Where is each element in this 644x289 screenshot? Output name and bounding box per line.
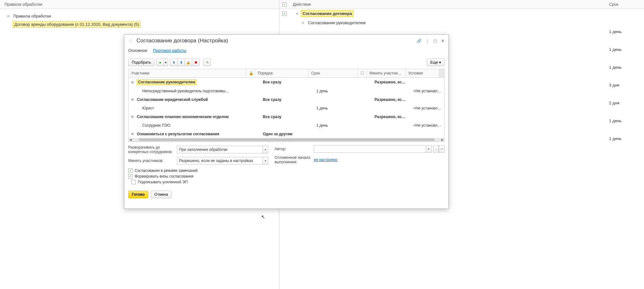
up-arrow-icon: ⬆ [172,60,175,65]
down-arrow-icon: ⬇ [180,60,183,65]
deferred-link[interactable]: не настроено [314,158,338,162]
th-order[interactable]: Порядок [255,69,309,77]
plus-icon: ● [159,60,161,64]
tree-root[interactable]: ⊖ Правила обработки [6,12,279,20]
cell-change: Разрешено, если … [372,96,411,103]
expand-select[interactable]: При заполнении обработки [177,146,263,153]
cancel-button[interactable]: Отмена [151,191,172,198]
row-deadline: 1 день [606,64,644,71]
row-deadline: 1 день [606,135,644,142]
move-down-button[interactable]: ⬇ [177,59,185,66]
cell-change: Разрешено, если … [372,78,411,86]
cell-change [372,132,411,136]
tree-child[interactable]: Договор аренды оборудования (с 01.12.202… [13,20,279,29]
collapse-icon[interactable]: ⊖ [131,132,135,136]
group-label: Согласование планово-экономическим отдел… [137,115,229,119]
cell-change [372,107,411,110]
close-icon[interactable]: ✕ [441,39,444,43]
th-deadline[interactable]: Срок [309,69,358,77]
row-deadline [606,39,644,42]
th-participants[interactable]: Участники [129,69,246,77]
cell-deadline [314,115,363,118]
table-row[interactable]: ⊖Ознакомиться с результатом согласования… [129,130,444,138]
author-input[interactable] [314,145,426,153]
move-up-button[interactable]: ⬆ [170,59,178,66]
kebab-icon[interactable]: ⋮ [425,39,430,43]
th-change[interactable]: Менять участнико… [367,69,406,77]
collapse-icon[interactable]: ⊖ [295,12,299,16]
table-row[interactable]: Юрист1 день<Не установлен… [129,104,444,112]
collapse-icon[interactable]: ⊖ [131,81,135,84]
tab-main[interactable]: Основное [128,47,147,54]
tab-protocol[interactable]: Протокол работы [153,47,186,54]
delete-button[interactable]: ✖ [192,59,200,66]
table-header: Участники 🔒 Порядок Срок ☐ Менять участн… [129,69,444,78]
table-row[interactable]: Непосредственный руководитель подготовив… [129,87,444,95]
deadline-col-header: Срок [606,0,644,9]
dialog-checks: ✓ Согласование в режиме замечаний ✓ Форм… [124,168,448,188]
table-row[interactable]: ⊖Согласование планово-экономическим отде… [129,112,444,121]
add-dropdown[interactable]: ▾ [164,59,168,66]
link-icon[interactable]: 🔗 [416,39,422,43]
sign-eds-label: Подписывать усиленной ЭП [138,180,188,184]
participant-label: Юрист [142,106,154,110]
checkmark-icon: ✓ [282,2,287,7]
ok-button[interactable]: Готово [128,191,148,198]
expand-label: Разворачивать до конкретных сотрудников: [128,145,174,154]
right-header: ✓ Действия Срок [279,0,644,9]
change-select[interactable]: Разрешено, если не заданы в настройках [177,157,263,165]
table-row[interactable]: Сотрудник ПЭО1 день<Не установлен… [129,121,444,130]
th-check[interactable]: ☐ [358,69,367,77]
table-row[interactable]: ⊖Согласование руководителемВсе сразуРазр… [129,78,444,87]
right-row[interactable]: ⊖Согласование руководителем [279,18,644,27]
expand-dropdown-icon[interactable]: ▾ [263,146,268,153]
checkbox-icon: ☐ [360,71,364,75]
th-condition[interactable]: Условие [406,69,439,77]
author-ellipsis-button[interactable]: … [433,145,439,153]
author-dropdown-icon[interactable]: ▾ [426,145,432,153]
th-lock[interactable]: 🔒 [246,69,255,77]
right-row[interactable]: ✓⊖Согласование договора [279,9,644,18]
lock-button[interactable]: 🔒 [185,59,192,66]
select-button[interactable]: Подобрать [128,59,154,66]
group-label: Ознакомиться с результатом согласования [137,132,219,136]
row-deadline [606,75,644,77]
hscroll-thumb[interactable] [139,138,435,141]
hscroll[interactable]: ◀ ▶ [129,138,444,142]
collapse-icon[interactable]: ⊖ [301,21,305,25]
lock-header-icon: 🔒 [249,71,254,75]
add-btn-group: ● ▾ [156,59,168,66]
cell-condition [411,115,444,118]
form-visas-checkbox[interactable]: ✓ [128,174,133,179]
comments-mode-checkbox[interactable]: ✓ [128,168,133,173]
dialog-tabs: Основное Протокол работы [124,47,448,56]
row-checkbox[interactable]: ✓ [282,11,287,16]
add-button[interactable]: ● [156,59,164,66]
change-dropdown-icon[interactable]: ▾ [263,157,268,165]
wand-icon: ✎ [206,60,209,65]
maximize-icon[interactable]: ▢ [433,39,437,43]
star-icon[interactable]: ☆ [128,37,133,44]
cell-condition [411,81,444,84]
check-col-header: ✓ [279,0,290,9]
row-deadline [606,128,644,131]
collapse-icon[interactable]: ⊖ [131,115,135,118]
hscroll-left-icon[interactable]: ◀ [129,138,132,141]
lock-icon: 🔒 [186,60,191,65]
table-row[interactable]: ⊖Согласование юридической службойВсе сра… [129,95,444,104]
hscroll-right-icon[interactable]: ▶ [440,138,444,141]
author-open-button[interactable]: ↗ [439,145,444,153]
collapse-icon[interactable]: ⊖ [6,14,10,18]
row-deadline [606,93,644,95]
participant-label: Сотрудник ПЭО [142,123,170,128]
row-deadline [606,110,644,113]
wand-button[interactable]: ✎ [203,59,211,66]
collapse-icon[interactable]: ⊖ [131,98,135,101]
cell-order: Один за другим [260,130,314,138]
sign-eds-checkbox[interactable] [131,180,136,184]
author-label: Автор: [275,147,311,151]
deferred-label: Отложенное начало выполнения: [275,155,311,165]
table-body[interactable]: ⊖Согласование руководителемВсе сразуРазр… [129,78,444,138]
cell-deadline [314,132,363,136]
more-button[interactable]: Еще ▾ [427,59,444,66]
